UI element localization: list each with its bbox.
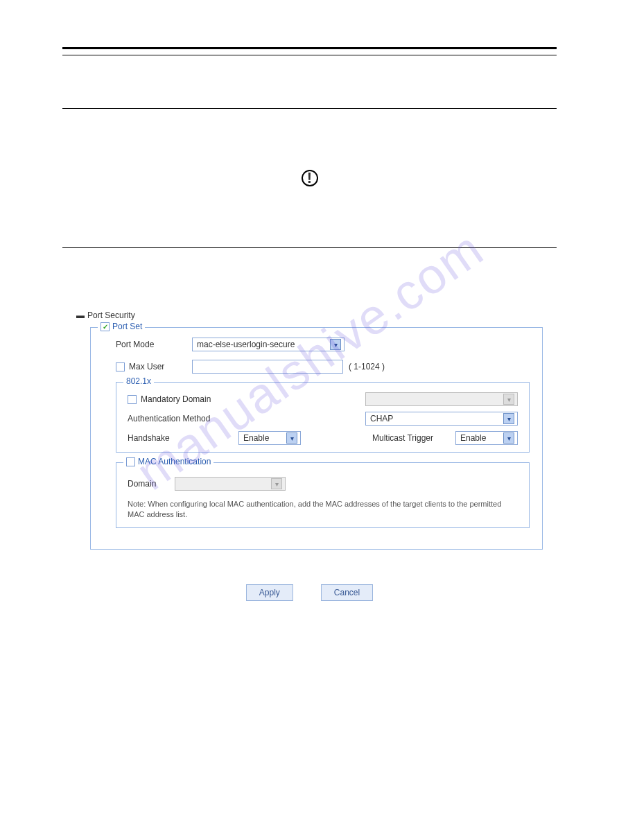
auth-method-value: CHAP	[370, 414, 393, 423]
chevron-down-icon: ▾	[271, 478, 282, 489]
port-security-title: Port Security	[87, 310, 135, 320]
mac-auth-checkbox[interactable]	[126, 457, 135, 466]
port-set-checkbox[interactable]: ✓	[101, 322, 110, 331]
multicast-trigger-value: Enable	[460, 433, 486, 443]
dot1x-panel: 802.1x Mandatory Domain ▾ Authentication…	[116, 382, 530, 453]
port-set-legend-text: Port Set	[112, 322, 142, 331]
max-user-label: Max User	[129, 362, 164, 371]
multicast-trigger-label: Multicast Trigger	[372, 433, 442, 443]
rule-mid-1	[62, 55, 557, 55]
max-user-checkbox[interactable]	[116, 362, 125, 371]
mandatory-domain-label: Mandatory Domain	[141, 394, 211, 404]
auth-method-select[interactable]: CHAP ▾	[365, 412, 518, 426]
apply-button[interactable]: Apply	[246, 584, 293, 601]
mac-domain-select: ▾	[175, 477, 286, 491]
mac-auth-note: Note: When configuring local MAC authent…	[128, 499, 518, 520]
rule-mid-3	[62, 247, 557, 248]
max-user-range: ( 1-1024 )	[349, 362, 385, 371]
port-security-header[interactable]: ▬ Port Security	[76, 310, 543, 320]
mac-auth-legend: MAC Authentication	[123, 457, 213, 466]
handshake-select[interactable]: Enable ▾	[238, 431, 301, 445]
warning-icon: !	[302, 170, 318, 186]
mac-domain-label: Domain	[128, 479, 169, 489]
chevron-down-icon: ▾	[330, 339, 341, 350]
collapse-icon: ▬	[76, 310, 85, 320]
handshake-value: Enable	[243, 433, 269, 443]
port-mode-value: mac-else-userlogin-secure	[197, 340, 295, 349]
port-mode-select[interactable]: mac-else-userlogin-secure ▾	[192, 338, 345, 351]
port-mode-label: Port Mode	[103, 340, 186, 349]
rule-mid-2	[62, 108, 557, 109]
chevron-down-icon: ▾	[503, 432, 514, 444]
mandatory-domain-select: ▾	[365, 392, 518, 406]
mac-auth-panel: MAC Authentication Domain ▾ Note: When c…	[116, 462, 530, 528]
rule-top	[62, 47, 557, 49]
auth-method-label: Authentication Method	[128, 414, 232, 423]
chevron-down-icon: ▾	[503, 394, 514, 405]
port-set-legend: ✓ Port Set	[98, 322, 145, 331]
multicast-trigger-select[interactable]: Enable ▾	[455, 431, 518, 445]
chevron-down-icon: ▾	[503, 413, 514, 424]
cancel-button[interactable]: Cancel	[321, 584, 373, 601]
mac-auth-legend-text: MAC Authentication	[138, 457, 211, 466]
handshake-label: Handshake	[128, 433, 232, 443]
mandatory-domain-checkbox[interactable]	[128, 395, 137, 404]
max-user-input[interactable]	[192, 360, 343, 374]
port-set-panel: ✓ Port Set Port Mode mac-else-userlogin-…	[90, 327, 543, 550]
chevron-down-icon: ▾	[286, 432, 297, 444]
dot1x-legend: 802.1x	[123, 376, 154, 386]
